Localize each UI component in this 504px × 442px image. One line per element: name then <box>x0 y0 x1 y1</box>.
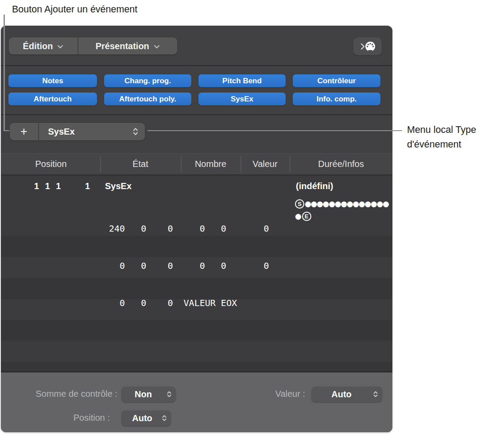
edition-menu-button[interactable]: Édition <box>9 38 78 54</box>
presentation-menu-label: Présentation <box>96 41 149 51</box>
add-event-row: + SysEx <box>1 115 392 153</box>
event-list-panel: Édition Présentation <box>1 26 392 432</box>
event-type-filters: Notes Chang. prog. Pitch Bend Contrôleur… <box>1 66 392 115</box>
midi-plug-icon <box>358 40 377 53</box>
column-header-value: Valeur <box>240 154 290 174</box>
column-divider <box>100 156 101 172</box>
event-type-popup-value: SysEx <box>48 127 75 137</box>
value-label: Valeur : <box>213 389 305 399</box>
add-event-button[interactable]: + <box>10 123 38 140</box>
filter-button-sysex[interactable]: SysEx <box>198 93 286 105</box>
chevron-up-down-icon <box>162 414 167 422</box>
sysex-event-row[interactable]: 1 1 1 1 SysEx (indéfini) 240 0 0 0 0 0 0… <box>1 175 392 236</box>
sysex-bytes-line-2: 0 0 0 0 0 0 <box>109 260 269 272</box>
sysex-end-indicator: ● E <box>295 210 311 222</box>
table-header: Position État Nombre Valeur Durée/Infos <box>1 153 392 175</box>
event-subposition: 1 <box>85 181 90 191</box>
value-popup-value: Auto <box>331 389 362 399</box>
sysex-byte-values[interactable]: 240 0 0 0 0 0 0 0 0 0 0 0 0 0 0 VALEUR E… <box>109 198 269 334</box>
column-header-number: Nombre <box>181 154 240 174</box>
menu-segmented-control: Édition Présentation <box>9 38 177 54</box>
presentation-menu-button[interactable]: Présentation <box>78 38 178 54</box>
column-header-status: État <box>100 154 181 174</box>
filter-button-poly-aftertouch[interactable]: Aftertouch poly. <box>104 93 191 105</box>
filter-button-program-change[interactable]: Chang. prog. <box>104 74 191 87</box>
callout-add-event-label: Bouton Ajouter un événement <box>12 2 137 17</box>
column-divider <box>240 156 241 172</box>
sysex-data-dots: ●●●●●●●●●●●●●● <box>305 199 388 208</box>
column-divider <box>290 156 291 172</box>
position-label: Position : <box>5 413 110 423</box>
add-event-control: + SysEx <box>10 123 145 140</box>
figure-canvas: Bouton Ajouter un événement Menu local T… <box>0 0 504 442</box>
midi-out-button[interactable] <box>353 38 382 55</box>
checksum-popup-value: Non <box>135 389 163 399</box>
chevron-up-down-icon <box>167 390 172 398</box>
filter-button-pitch-bend[interactable]: Pitch Bend <box>198 74 286 87</box>
callout-type-menu-line <box>147 130 402 132</box>
event-list: 1 1 1 1 SysEx (indéfini) 240 0 0 0 0 0 0… <box>1 175 392 371</box>
event-position: 1 1 1 <box>34 181 61 191</box>
filter-button-notes[interactable]: Notes <box>8 74 97 87</box>
filter-button-controller[interactable]: Contrôleur <box>293 74 380 87</box>
filter-button-grid: Notes Chang. prog. Pitch Bend Contrôleur… <box>8 74 380 105</box>
chevron-up-down-icon <box>132 127 139 136</box>
callout-type-menu-label: Menu local Type d'événement <box>407 123 503 152</box>
position-popup-value: Auto <box>132 413 160 423</box>
sysex-bytes-line-3: 0 0 0 VALEUR EOX <box>109 297 269 309</box>
checksum-popup[interactable]: Non <box>121 386 176 402</box>
event-type-popup[interactable]: SysEx <box>39 123 145 140</box>
sysex-bytes-line-1: 240 0 0 0 0 0 <box>109 222 269 235</box>
sysex-end-icon: E <box>302 212 311 221</box>
filter-button-aftertouch[interactable]: Aftertouch <box>8 93 97 105</box>
chevron-down-icon <box>154 45 160 49</box>
filter-button-info-comp[interactable]: Info. comp. <box>293 93 380 105</box>
toolbar: Édition Présentation <box>1 26 392 66</box>
callout-add-event-line-elbow <box>4 130 9 132</box>
sysex-data-dot: ● <box>295 212 301 221</box>
event-status: SysEx <box>105 181 132 191</box>
column-header-length-info: Durée/Infos <box>290 154 392 174</box>
event-length-info: (indéfini) <box>296 181 333 191</box>
value-popup[interactable]: Auto <box>311 386 382 402</box>
edition-menu-label: Édition <box>23 41 53 51</box>
callout-add-event-line-vertical <box>4 15 5 131</box>
plus-icon: + <box>20 126 27 138</box>
sysex-start-icon: S <box>295 199 304 209</box>
options-bar: Somme de contrôle : Non Valeur : Auto Po… <box>1 371 392 432</box>
sysex-start-indicator: S ●●●●●●●●●●●●●● <box>295 198 388 210</box>
column-divider <box>181 156 182 172</box>
chevron-down-icon <box>57 45 63 49</box>
checksum-label: Somme de contrôle : <box>5 389 117 399</box>
position-popup[interactable]: Auto <box>121 410 171 426</box>
column-header-position: Position <box>2 154 100 174</box>
chevron-up-down-icon <box>373 390 378 398</box>
